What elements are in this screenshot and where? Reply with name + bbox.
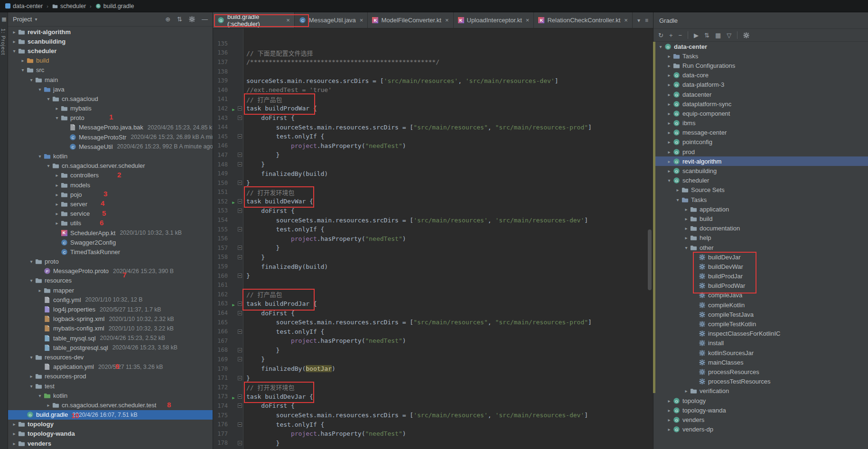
gradle-tree-item-compileKotlin[interactable]: compileKotlin (653, 300, 868, 310)
project-tree-item-mapper[interactable]: ▸mapper (8, 285, 213, 295)
settings-icon[interactable] (189, 16, 195, 22)
gradle-tree-item-dataplatform-sync[interactable]: ▸Gdataplatform-sync (653, 99, 868, 109)
chevron-down-icon[interactable]: ▾ (28, 278, 35, 283)
project-tree-item-topology[interactable]: ▸topology (8, 420, 213, 429)
code-line-165[interactable]: 165 sourceSets.main.resources.srcDirs = … (213, 318, 653, 327)
project-tree-item-Swagger2Config[interactable]: CSwagger2Config (8, 238, 213, 247)
project-tree-item-table_mysql.sql[interactable]: table_mysql.sql2020/4/26 15:23, 2.52 kB (8, 333, 213, 343)
offline-mode-icon[interactable]: ⇅ (704, 32, 709, 39)
project-tree-item-logback-spring.xml[interactable]: logback-spring.xml2020/1/10 10:32, 2.32 … (8, 314, 213, 324)
fold-icon[interactable]: − (238, 330, 242, 334)
fold-icon[interactable]: − (238, 199, 242, 203)
fold-icon[interactable]: − (238, 394, 242, 399)
editor-scrollbar[interactable] (648, 229, 652, 290)
gradle-tree-item-Tasks[interactable]: ▸Tasks (653, 51, 868, 61)
chevron-down-icon[interactable]: ▾ (37, 393, 43, 398)
gradle-tree-item-buildProdWar[interactable]: buildProdWar (653, 281, 868, 291)
run-task-gutter-icon[interactable]: ▶ (232, 107, 234, 112)
fold-icon[interactable]: − (238, 181, 242, 185)
fold-icon[interactable]: − (238, 246, 242, 250)
breadcrumb-item-build.gradle[interactable]: Gbuild.gradle (94, 2, 136, 10)
chevron-right-icon[interactable]: ▸ (37, 288, 43, 293)
chevron-down-icon[interactable]: ▾ (674, 197, 681, 202)
chevron-right-icon[interactable]: ▸ (11, 422, 18, 427)
chevron-right-icon[interactable]: ▸ (666, 63, 672, 68)
chevron-right-icon[interactable]: ▸ (666, 139, 672, 145)
code-line-154[interactable]: 154 sourceSets.main.resources.srcDirs = … (213, 215, 653, 225)
chevron-down-icon[interactable]: ▾ (28, 259, 35, 264)
project-tree-item-main[interactable]: ▾main (8, 75, 213, 84)
tool-stripe-icon[interactable]: ▦ (0, 16, 8, 22)
project-tree-item-service[interactable]: ▸service (8, 209, 213, 219)
project-tree-item-models[interactable]: ▸models (8, 180, 213, 190)
gradle-tree-item-venders[interactable]: ▸Gvenders (653, 415, 868, 424)
gradle-tree-item-buildDevJar[interactable]: buildDevJar (653, 252, 868, 262)
gradle-tree-item-scheduler[interactable]: ▾Gscheduler (653, 176, 868, 185)
code-line-145[interactable]: 145− test.onlyIf { (213, 132, 653, 141)
filter-icon[interactable]: ▽ (727, 32, 731, 39)
gradle-tree-item-data-platform-3[interactable]: ▸Gdata-platform-3 (653, 80, 868, 90)
chevron-down-icon[interactable]: ▾ (54, 115, 60, 120)
gradle-tree-item-message-center[interactable]: ▸Gmessage-center (653, 128, 868, 137)
project-tree-item-topology-wanda[interactable]: ▸topology-wanda (8, 429, 213, 439)
chevron-right-icon[interactable]: ▸ (666, 111, 672, 116)
gradle-tree-item-application[interactable]: ▸application (653, 204, 868, 214)
breadcrumb-item-data-center[interactable]: data-center (4, 2, 44, 10)
code-line-146[interactable]: 146 project.hasProperty("needTest") (213, 141, 653, 151)
gradle-tree-item-buildDevWar[interactable]: buildDevWar (653, 262, 868, 271)
gradle-tree-item-ibms[interactable]: ▸Gibms (653, 119, 868, 128)
chevron-right-icon[interactable]: ▸ (683, 235, 690, 240)
chevron-right-icon[interactable]: ▸ (54, 202, 60, 207)
gradle-tree-item-venders-dp[interactable]: ▸Gvenders-dp (653, 425, 868, 434)
code-line-156[interactable]: 156 project.hasProperty("needTest") (213, 234, 653, 243)
project-tree-item-cn.sagacloud.server.scheduler[interactable]: ▾cn.sagacloud.server.scheduler (8, 161, 213, 171)
editor-menu-icon[interactable]: ≡ (645, 17, 648, 24)
close-icon[interactable]: × (624, 17, 628, 24)
code-line-138[interactable]: 138 (213, 67, 653, 76)
project-tree-item-MessageProto.java.bak[interactable]: MessageProto.java.bak2020/4/26 15:23, 24… (8, 123, 213, 132)
gradle-tree-item-revit-algorithm[interactable]: ▸Grevit-algorithm (653, 156, 868, 166)
gradle-tree-item-compileTestKotlin[interactable]: compileTestKotlin (653, 319, 868, 329)
project-tree-item-kotlin[interactable]: ▾kotlin (8, 391, 213, 400)
gradle-tree-item-buildProdJar[interactable]: buildProdJar (653, 272, 868, 281)
code-line-177[interactable]: 177 project.hasProperty("needTest") (213, 429, 653, 439)
chevron-right-icon[interactable]: ▸ (666, 82, 672, 87)
chevron-right-icon[interactable]: ▸ (666, 398, 672, 403)
chevron-right-icon[interactable]: ▸ (666, 149, 672, 155)
link-project-icon[interactable]: + (669, 32, 673, 39)
project-tree-item-table_postgresql.sql[interactable]: table_postgresql.sql2020/4/26 15:23, 3.5… (8, 343, 213, 352)
project-view-selector[interactable]: Project (13, 16, 32, 23)
chevron-down-icon[interactable]: ▾ (683, 245, 690, 250)
gradle-tree-item-datacenter[interactable]: ▸Gdatacenter (653, 90, 868, 99)
project-tree-item-MessageProtoStr[interactable]: CMessageProtoStr2020/4/26 15:23, 26.89 k… (8, 132, 213, 142)
chevron-down-icon[interactable]: ▾ (28, 384, 35, 389)
gradle-tree-item-help[interactable]: ▸help (653, 233, 868, 243)
hide-panel-icon[interactable]: — (202, 16, 208, 23)
gradle-tree-item-mainClasses[interactable]: mainClasses (653, 357, 868, 367)
code-line-169[interactable]: 169− } (213, 355, 653, 364)
gradle-tree-item-build[interactable]: ▸build (653, 214, 868, 223)
project-tree-item-controllers[interactable]: ▸controllers (8, 171, 213, 180)
fold-icon[interactable]: − (238, 422, 242, 427)
chevron-down-icon[interactable]: ▾ (28, 355, 35, 360)
gradle-tree-item-kotlinSourcesJar[interactable]: kotlinSourcesJar (653, 348, 868, 357)
project-tree-item-build[interactable]: ▸build (8, 56, 213, 65)
editor-tab-RelationCheckController.kt[interactable]: KRelationCheckController.kt× (534, 12, 633, 28)
project-tree-item-scanbuilding[interactable]: ▸scanbuilding (8, 37, 213, 46)
gradle-tree-item-pointconfig[interactable]: ▸Gpointconfig (653, 137, 868, 147)
code-line-139[interactable]: 139sourceSets.main.resources.srcDirs = [… (213, 76, 653, 85)
fold-icon[interactable]: − (238, 357, 242, 361)
fold-icon[interactable]: − (238, 116, 242, 120)
gradle-tree-item-prod[interactable]: ▸Gprod (653, 147, 868, 156)
chevron-right-icon[interactable]: ▸ (11, 29, 18, 35)
project-tree-item-revit-algorithm[interactable]: ▸revit-algorithm (8, 27, 213, 37)
gradle-tree-item-topology[interactable]: ▸Gtopology (653, 396, 868, 405)
project-tool-button[interactable]: 1: Project (0, 28, 6, 55)
locate-file-icon[interactable]: ⊕ (165, 16, 170, 23)
chevron-down-icon[interactable]: ▾ (45, 96, 52, 101)
gradle-tree-item-compileTestJava[interactable]: compileTestJava (653, 310, 868, 319)
code-line-135[interactable]: 135 (213, 39, 653, 48)
project-tree-item-utils[interactable]: ▸utils (8, 219, 213, 228)
chevron-right-icon[interactable]: ▸ (683, 207, 690, 212)
breadcrumb-item-scheduler[interactable]: scheduler (51, 2, 87, 10)
